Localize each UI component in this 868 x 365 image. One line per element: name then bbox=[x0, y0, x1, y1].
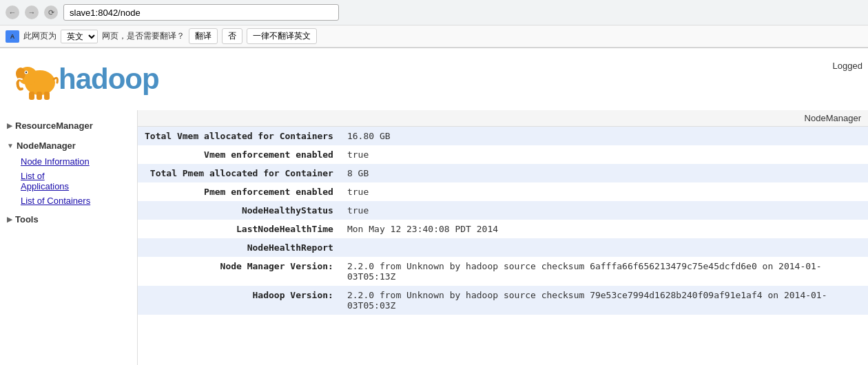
row-key: Node Manager Version: bbox=[138, 257, 340, 286]
sidebar: ▶ ResourceManager ▼ NodeManager Node Inf… bbox=[0, 110, 138, 365]
row-key: Total Vmem allocated for Containers bbox=[138, 127, 340, 145]
row-key: Pmem enforcement enabled bbox=[138, 182, 340, 201]
sidebar-item-tools[interactable]: ▶ Tools bbox=[0, 211, 137, 228]
tools-arrow-icon: ▶ bbox=[7, 216, 12, 223]
svg-point-4 bbox=[25, 72, 27, 73]
sidebar-nm-sub-items: Node Information List ofApplications Lis… bbox=[0, 154, 137, 208]
browser-chrome: ← → ⟳ slave1:8042/node A 此网页为 英文 网页，是否需要… bbox=[0, 0, 868, 48]
logged-in-label: Logged bbox=[833, 61, 862, 71]
forward-button[interactable]: → bbox=[25, 6, 39, 19]
sidebar-link-node-information[interactable]: Node Information bbox=[14, 154, 137, 169]
sidebar-tools-label: Tools bbox=[15, 214, 39, 225]
sidebar-section-nm: ▼ NodeManager Node Information List ofAp… bbox=[0, 137, 137, 208]
lang-select[interactable]: 英文 bbox=[61, 30, 98, 43]
table-row: Node Manager Version:2.2.0 from Unknown … bbox=[138, 257, 868, 286]
nm-arrow-icon: ▼ bbox=[7, 142, 14, 149]
refresh-button[interactable]: ⟳ bbox=[44, 6, 58, 19]
hadoop-logo-text: hadoop bbox=[59, 63, 159, 96]
rm-arrow-icon: ▶ bbox=[7, 122, 12, 129]
translate-button[interactable]: 翻译 bbox=[189, 28, 218, 44]
row-key: LastNodeHealthTime bbox=[138, 220, 340, 238]
content-section-title: NodeManager bbox=[138, 110, 868, 127]
row-value: true bbox=[340, 201, 868, 220]
table-row: Pmem enforcement enabledtrue bbox=[138, 182, 868, 201]
row-key: NodeHealthyStatus bbox=[138, 201, 340, 220]
row-value bbox=[340, 238, 868, 257]
translate-label: 此网页为 bbox=[23, 30, 56, 42]
back-button[interactable]: ← bbox=[6, 6, 19, 19]
hadoop-logo-elephant bbox=[14, 59, 62, 100]
svg-rect-7 bbox=[44, 92, 50, 100]
never-translate-button[interactable]: 一律不翻译英文 bbox=[247, 28, 317, 44]
row-key: Total Pmem allocated for Container bbox=[138, 164, 340, 182]
row-value: 8 GB bbox=[340, 164, 868, 182]
row-key: NodeHealthReport bbox=[138, 238, 340, 257]
table-row: Total Vmem allocated for Containers16.80… bbox=[138, 127, 868, 145]
svg-rect-5 bbox=[29, 92, 34, 100]
sidebar-section-rm: ▶ ResourceManager bbox=[0, 117, 137, 134]
no-translate-button[interactable]: 否 bbox=[222, 28, 242, 44]
main-content: NodeManager Total Vmem allocated for Con… bbox=[138, 110, 868, 365]
translate-icon: A bbox=[6, 30, 19, 43]
row-value: 2.2.0 from Unknown by hadoop source chec… bbox=[340, 257, 868, 286]
svg-rect-6 bbox=[37, 92, 42, 100]
sidebar-item-node-manager[interactable]: ▼ NodeManager bbox=[0, 137, 137, 154]
table-row: Vmem enforcement enabledtrue bbox=[138, 145, 868, 164]
translate-prompt: 网页，是否需要翻译？ bbox=[102, 30, 185, 42]
browser-toolbar: ← → ⟳ slave1:8042/node bbox=[0, 0, 868, 25]
table-row: NodeHealthReport bbox=[138, 238, 868, 257]
row-value: true bbox=[340, 182, 868, 201]
address-bar[interactable]: slave1:8042/node bbox=[63, 4, 339, 21]
table-row: NodeHealthyStatustrue bbox=[138, 201, 868, 220]
page-wrapper: ▶ ResourceManager ▼ NodeManager Node Inf… bbox=[0, 110, 868, 365]
sidebar-rm-label: ResourceManager bbox=[15, 121, 93, 131]
sidebar-item-resource-manager[interactable]: ▶ ResourceManager bbox=[0, 117, 137, 134]
row-value: 2.2.0 from Unknown by hadoop source chec… bbox=[340, 286, 868, 315]
page-header: hadoop Logged bbox=[0, 48, 868, 110]
row-key: Vmem enforcement enabled bbox=[138, 145, 340, 164]
translate-bar: A 此网页为 英文 网页，是否需要翻译？ 翻译 否 一律不翻译英文 bbox=[0, 25, 868, 48]
sidebar-section-tools: ▶ Tools bbox=[0, 211, 137, 228]
table-row: LastNodeHealthTimeMon May 12 23:40:08 PD… bbox=[138, 220, 868, 238]
row-value: true bbox=[340, 145, 868, 164]
table-row: Total Pmem allocated for Container8 GB bbox=[138, 164, 868, 182]
row-value: 16.80 GB bbox=[340, 127, 868, 145]
sidebar-nm-label: NodeManager bbox=[17, 140, 76, 151]
row-key: Hadoop Version: bbox=[138, 286, 340, 315]
sidebar-link-list-of-containers[interactable]: List of Containers bbox=[14, 194, 137, 208]
sidebar-link-list-of-applications[interactable]: List ofApplications bbox=[14, 169, 137, 194]
node-info-table: Total Vmem allocated for Containers16.80… bbox=[138, 127, 868, 315]
row-value: Mon May 12 23:40:08 PDT 2014 bbox=[340, 220, 868, 238]
table-row: Hadoop Version:2.2.0 from Unknown by had… bbox=[138, 286, 868, 315]
